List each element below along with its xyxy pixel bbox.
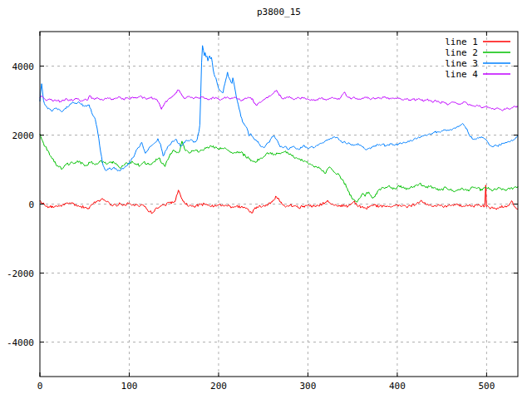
x-tick-label: 200 [210, 381, 227, 392]
x-tick-label: 300 [299, 381, 316, 392]
legend-label: line 4 [445, 69, 478, 80]
y-tick-label: 0 [28, 200, 34, 210]
series-line-1 [40, 185, 518, 214]
legend-label: line 3 [445, 58, 478, 69]
legend-label: line 1 [445, 37, 478, 47]
chart-title: p3800_15 [257, 7, 301, 17]
x-tick-label: 0 [37, 381, 43, 392]
x-tick-label: 500 [478, 381, 495, 392]
x-tick-label: 400 [389, 381, 406, 392]
gnuplot-chart: 0100200300400500-4000-2000020004000 p380… [0, 0, 532, 399]
y-tick-label: 2000 [12, 131, 35, 141]
x-tick-label: 100 [121, 381, 138, 392]
legend: line 1line 2line 3line 4 [445, 37, 510, 80]
legend-label: line 2 [445, 47, 478, 58]
chart-canvas: 0100200300400500-4000-2000020004000 p380… [0, 0, 532, 399]
series-line-4 [40, 90, 518, 111]
y-tick-label: 4000 [12, 62, 35, 72]
y-tick-label: -4000 [7, 337, 34, 348]
y-tick-label: -2000 [7, 268, 34, 279]
grid-lines [40, 32, 518, 377]
